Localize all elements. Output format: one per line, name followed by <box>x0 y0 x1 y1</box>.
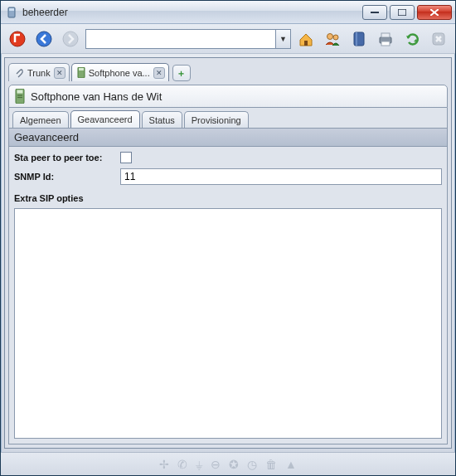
label-extra-sip: Extra SIP opties <box>14 193 442 203</box>
svg-point-28 <box>19 97 21 99</box>
page-title: Softphone van Hans de Wit <box>31 90 162 103</box>
label-snmp-id: SNMP Id: <box>14 172 114 182</box>
stop-button[interactable] <box>427 27 450 51</box>
users-button[interactable] <box>321 27 344 51</box>
handset-icon: ✆ <box>177 458 187 471</box>
refresh-button[interactable] <box>400 27 424 51</box>
maximize-button[interactable] <box>390 5 415 20</box>
address-input[interactable] <box>85 29 276 49</box>
plug-icon: ⏚ <box>196 458 202 471</box>
svg-point-7 <box>36 32 51 46</box>
phone-icon <box>77 67 85 78</box>
document-tab-trunk[interactable]: Trunk ✕ <box>8 63 70 81</box>
shuffle-icon: ✢ <box>159 458 169 471</box>
clip-icon <box>14 68 24 78</box>
section-panel: Geavanceerd Sta peer to peer toe: SNMP I… <box>8 128 448 444</box>
tab-provisioning[interactable]: Provisioning <box>184 111 249 128</box>
close-button[interactable] <box>417 5 452 20</box>
trash-icon: 🗑 <box>265 458 277 471</box>
label-peer-to-peer: Sta peer to peer toe: <box>14 153 114 163</box>
section-tab-strip: Algemeen Geavanceerd Status Provisioning <box>8 108 448 128</box>
document-tab-close-button[interactable]: ✕ <box>153 67 165 79</box>
tab-label: Geavanceerd <box>78 114 133 124</box>
row-snmp-id: SNMP Id: <box>14 168 442 185</box>
tab-status[interactable]: Status <box>142 111 182 128</box>
svg-rect-2 <box>371 12 379 13</box>
svg-point-27 <box>17 97 19 99</box>
svg-rect-1 <box>9 8 14 11</box>
address-bar: ▼ <box>85 29 291 49</box>
bottom-toolbar: ✢ ✆ ⏚ ⊖ ✪ ◷ 🗑 ▲ <box>1 452 455 475</box>
document-tab-strip: Trunk ✕ Softphone va... ✕ ＋ <box>8 61 448 81</box>
tab-algemeen[interactable]: Algemeen <box>12 111 69 128</box>
tab-label: Provisioning <box>192 115 241 125</box>
svg-point-25 <box>19 95 21 96</box>
window-title: beheerder <box>22 7 362 18</box>
row-peer-to-peer: Sta peer to peer toe: <box>14 152 442 163</box>
titlebar: beheerder <box>1 1 455 24</box>
app-window: beheerder ▼ <box>0 0 456 476</box>
svg-point-26 <box>21 95 22 96</box>
svg-rect-3 <box>398 9 406 16</box>
input-snmp-id[interactable] <box>120 168 442 185</box>
print-button[interactable] <box>374 27 397 51</box>
book-button[interactable] <box>347 27 371 51</box>
app-icon <box>6 7 17 18</box>
checkbox-peer-to-peer[interactable] <box>120 152 132 163</box>
address-dropdown-button[interactable]: ▼ <box>276 29 291 49</box>
svg-point-6 <box>10 32 25 46</box>
tab-geavanceerd[interactable]: Geavanceerd <box>70 110 140 128</box>
textarea-extra-sip[interactable] <box>14 208 442 439</box>
toolbar: ▼ <box>1 24 455 54</box>
clock-icon: ◷ <box>247 458 257 471</box>
tab-label: Status <box>149 115 175 125</box>
minus-circle-icon: ⊖ <box>211 458 221 471</box>
svg-rect-13 <box>356 32 357 46</box>
svg-rect-16 <box>381 41 390 46</box>
window-buttons <box>362 5 452 20</box>
tab-label: Algemeen <box>20 115 61 125</box>
svg-rect-15 <box>381 33 390 37</box>
svg-rect-21 <box>79 68 84 70</box>
svg-point-10 <box>327 33 333 39</box>
document-tab-label: Trunk <box>27 68 51 78</box>
home-red-button[interactable] <box>6 27 29 51</box>
svg-point-8 <box>63 32 78 46</box>
minimize-button[interactable] <box>362 5 387 20</box>
svg-rect-12 <box>354 32 364 46</box>
svg-point-24 <box>17 95 19 96</box>
document-tab-close-button[interactable]: ✕ <box>54 67 65 79</box>
panel-heading: Geavanceerd <box>9 129 447 147</box>
home-button[interactable] <box>294 27 318 51</box>
document-tab-softphone[interactable]: Softphone va... ✕ <box>71 63 169 81</box>
client-area: Trunk ✕ Softphone va... ✕ ＋ Softphone va… <box>4 57 452 449</box>
warning-icon: ▲ <box>285 458 297 471</box>
phone-icon <box>14 89 26 104</box>
add-document-tab-button[interactable]: ＋ <box>172 65 191 81</box>
globe-icon: ✪ <box>229 458 239 471</box>
svg-point-11 <box>333 35 338 40</box>
svg-rect-23 <box>17 90 23 94</box>
document-tab-label: Softphone va... <box>89 68 150 78</box>
forward-button[interactable] <box>59 27 82 51</box>
svg-point-29 <box>21 97 22 99</box>
page-header: Softphone van Hans de Wit <box>8 85 448 108</box>
form-area: Sta peer to peer toe: SNMP Id: Extra SIP… <box>9 147 447 444</box>
svg-rect-9 <box>304 41 308 46</box>
back-button[interactable] <box>32 27 56 51</box>
